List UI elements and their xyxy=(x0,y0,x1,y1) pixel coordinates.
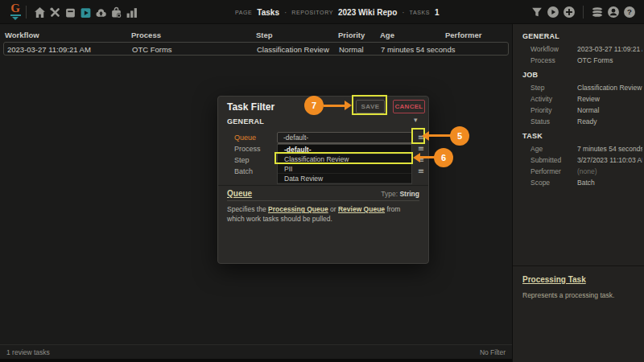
work-queue-icon[interactable] xyxy=(110,6,122,19)
detail-row-age: Age 7 minutes 54 seconds xyxy=(513,143,644,154)
detail-row-status: Status Ready xyxy=(513,116,644,127)
topbar-actions-divider xyxy=(583,6,584,19)
detail-row-performer: Performer (none) xyxy=(513,166,644,177)
column-header-process[interactable]: Process xyxy=(131,31,161,39)
stats-icon[interactable] xyxy=(126,6,138,19)
run-icon[interactable] xyxy=(547,6,559,19)
detail-label: Submitted xyxy=(530,156,577,165)
cancel-button[interactable]: CANCEL xyxy=(393,100,425,113)
column-header-priority[interactable]: Priority xyxy=(338,31,365,39)
table-row[interactable]: 2023-03-27 11:09:21 AM OTC Forms Classif… xyxy=(3,42,509,56)
detail-label: Status xyxy=(530,117,577,126)
home-icon[interactable] xyxy=(34,6,46,19)
detail-value: (none) xyxy=(577,167,642,176)
column-header-workflow[interactable]: Workflow xyxy=(5,31,39,39)
chevron-down-icon[interactable]: ▾ xyxy=(414,116,418,124)
processing-queue-link[interactable]: Processing Queue xyxy=(268,205,328,213)
tools-icon[interactable] xyxy=(49,6,61,19)
dialog-section-general: GENERAL xyxy=(227,117,264,125)
repository-value: 2023 Wiki Repo xyxy=(338,8,397,17)
dialog-title: Task Filter xyxy=(227,101,275,113)
topbar-divider xyxy=(26,6,27,19)
top-bar: G xyxy=(0,0,644,24)
detail-label: Scope xyxy=(530,179,577,187)
highlight-box-save xyxy=(352,95,387,115)
field-description: Specifies the Processing Queue or Review… xyxy=(227,205,417,224)
app-logo[interactable]: G xyxy=(7,2,23,20)
breadcrumb: PAGE Tasks · REPOSITORY 2023 Wiki Repo ·… xyxy=(235,0,440,24)
column-header-age[interactable]: Age xyxy=(380,31,394,39)
detail-row-priority: Priority Normal xyxy=(513,105,644,116)
cell-process: OTC Forms xyxy=(132,45,172,54)
help-title-link[interactable]: Processing Task xyxy=(522,275,634,284)
annotation-arrowhead-6 xyxy=(413,153,420,162)
annotation-arrow-6 xyxy=(420,156,435,158)
database-icon[interactable] xyxy=(591,6,604,19)
details-panel: GENERAL Workflow 2023-03-27 11:09:21 AM … xyxy=(512,24,644,362)
detail-value: Ready xyxy=(577,117,642,126)
queue-dropdown: -default- Classification Review PII Data… xyxy=(277,144,412,184)
detail-row-activity: Activity Review xyxy=(513,93,644,105)
dropdown-option-pii[interactable]: PII xyxy=(278,164,411,174)
field-label-queue: Queue xyxy=(234,132,275,143)
detail-label: Performer xyxy=(530,167,577,176)
detail-value: 2023-03-27 11:09:21 AM xyxy=(577,45,642,54)
cell-workflow: 2023-03-27 11:09:21 AM xyxy=(7,45,91,54)
table-header: Workflow Process Step Priority Age Perfo… xyxy=(0,31,512,42)
breadcrumb-separator: · xyxy=(402,8,404,17)
add-icon[interactable] xyxy=(563,6,576,19)
batch-menu-icon[interactable]: ≡ xyxy=(416,166,426,177)
help-panel: Processing Task Represents a processing … xyxy=(513,265,644,308)
annotation-arrow-7 xyxy=(324,105,345,107)
filter-icon[interactable] xyxy=(530,6,543,19)
detail-value: 3/27/2023 11:10:03 AM xyxy=(577,156,642,165)
detail-label: Process xyxy=(530,56,577,65)
annotation-step-7: 7 xyxy=(304,96,324,115)
detail-value: Normal xyxy=(577,106,642,115)
description-text: or xyxy=(328,205,338,213)
topbar-actions: ? xyxy=(530,6,636,19)
review-queue-link[interactable]: Review Queue xyxy=(338,205,385,213)
detail-row-step: Step Classification Review xyxy=(513,82,644,93)
type-label: Type: xyxy=(381,190,398,198)
type-value: String xyxy=(399,190,419,198)
highlight-box-classification-review xyxy=(275,152,413,164)
annotation-arrow-5 xyxy=(429,134,451,137)
field-type: Type: String xyxy=(381,190,419,198)
description-text: Specifies the xyxy=(227,205,268,213)
dropdown-option-data-review[interactable]: Data Review xyxy=(278,174,411,183)
annotation-step-5: 5 xyxy=(450,126,469,146)
help-description: Represents a processing task. xyxy=(522,291,634,299)
status-filter[interactable]: No Filter xyxy=(480,348,506,356)
detail-value: Review xyxy=(577,95,642,104)
task-filter-dialog: Task Filter SAVE CANCEL GENERAL ▾ Queue … xyxy=(217,96,429,264)
cloud-upload-icon[interactable] xyxy=(95,6,107,19)
detail-row-workflow: Workflow 2023-03-27 11:09:21 AM xyxy=(513,43,644,55)
svg-text:?: ? xyxy=(627,7,632,16)
dialog-divider xyxy=(218,185,428,186)
column-header-step[interactable]: Step xyxy=(256,31,273,39)
page-label: PAGE xyxy=(235,10,252,15)
help-field-title: Queue xyxy=(227,189,252,198)
detail-label: Age xyxy=(530,145,577,154)
detail-row-process: Process OTC Forms xyxy=(513,55,644,66)
window-bottom-edge xyxy=(0,359,512,362)
logo-underline xyxy=(10,14,21,16)
detail-label: Step xyxy=(530,84,577,93)
annotation-arrowhead-7 xyxy=(345,101,352,110)
tasks-label: TASKS xyxy=(410,10,430,15)
queue-input[interactable]: -default- xyxy=(277,132,412,143)
cell-step: Classification Review xyxy=(257,45,329,54)
task-viewer-icon[interactable] xyxy=(80,6,92,19)
help-icon[interactable]: ? xyxy=(623,6,636,19)
app-window: G xyxy=(0,0,644,362)
account-icon[interactable] xyxy=(607,6,620,19)
cell-age: 7 minutes 54 seconds xyxy=(381,45,455,54)
logo-letter: G xyxy=(7,2,23,14)
detail-row-scope: Scope Batch xyxy=(513,177,644,188)
main-nav xyxy=(34,6,138,19)
archive-icon[interactable] xyxy=(64,6,76,19)
annotation-arrowhead-5 xyxy=(422,131,429,141)
column-header-performer[interactable]: Performer xyxy=(445,31,481,39)
section-title-general: GENERAL xyxy=(513,32,644,42)
